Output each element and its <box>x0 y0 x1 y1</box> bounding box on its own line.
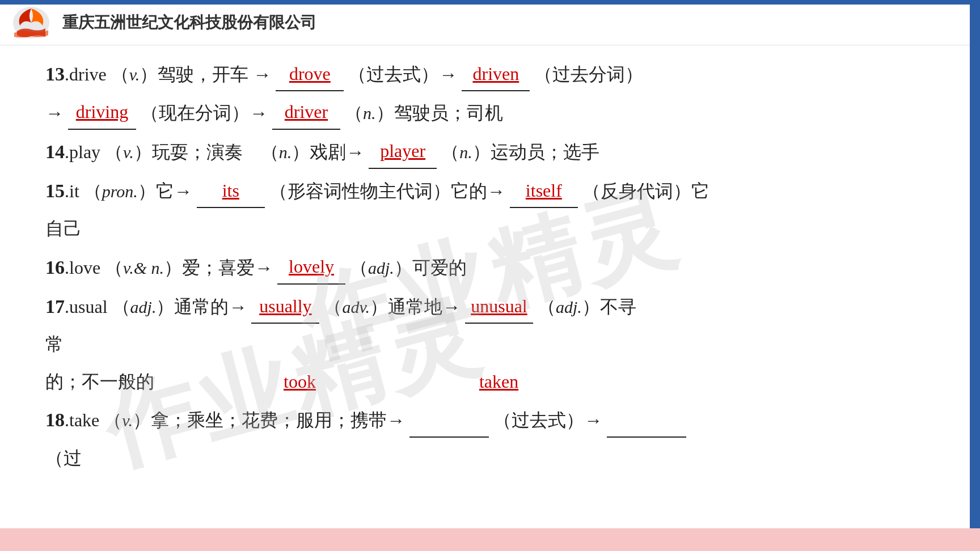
entry-15-word: .it （pron.）它→ <box>65 181 192 201</box>
entry-13-blank3: driving <box>68 96 136 130</box>
content-area: 作业精灵 作业精灵 13.drive （v.）驾驶，开车 → drove （过去… <box>0 45 980 528</box>
entry-15-number: 15 <box>45 180 65 201</box>
header: 重庆五洲世纪文化科技股份有限公司 <box>0 0 980 45</box>
entry-13-pos4: （n.）驾驶员；司机 <box>345 103 503 123</box>
logo <box>11 6 51 40</box>
entry-17-number: 17 <box>45 296 65 317</box>
entry-17-blank1: usually <box>251 290 319 324</box>
entry-13-word: .drive （v.）驾驶，开车 → <box>65 64 271 84</box>
entry-18-blank1 <box>409 436 489 438</box>
entry-16: 16.love （v.& n.）爱；喜爱→ lovely （adj.）可爱的 <box>45 250 946 285</box>
entry-17-cont2: 的；不一般的 took taken <box>45 366 946 399</box>
entry-18-number: 18 <box>45 409 65 430</box>
entry-18: 18.take （v.）拿；乘坐；花费；服用；携带→ （过去式）→ <box>45 402 946 437</box>
entry-17-word: .usual （adj.）通常的→ <box>65 296 247 317</box>
entry-13-label2: （过去分词） <box>534 64 643 84</box>
entry-13-blank4: driver <box>272 96 340 130</box>
entry-17-cont2-text: 的；不一般的 <box>45 371 154 392</box>
right-border <box>970 0 980 551</box>
entry-16-pos: （adj.）可爱的 <box>350 257 467 278</box>
entry-16-number: 16 <box>45 257 65 278</box>
entry-13: 13.drive （v.）驾驶，开车 → drove （过去式）→ driven… <box>45 57 946 91</box>
entry-15-label1: （形容词性物主代词）它的→ <box>269 181 505 201</box>
main-container: 重庆五洲世纪文化科技股份有限公司 作业精灵 作业精灵 13.drive （v.）… <box>0 0 980 551</box>
bottom-strip <box>0 528 980 551</box>
entry-17-cont1: 常 <box>45 328 946 361</box>
entry-13-cont: → driving （现在分词）→ driver （n.）驾驶员；司机 <box>45 96 946 130</box>
entry-17-blank2: unusual <box>465 290 533 324</box>
entry-13-cont-text: → <box>45 103 64 123</box>
entry-18-floating-taken: taken <box>479 371 518 392</box>
entry-13-label1: （过去式）→ <box>348 64 457 84</box>
entry-13-label3: （现在分词）→ <box>141 103 268 123</box>
entry-14-number: 14 <box>45 141 65 162</box>
entry-15-cont: 自己 <box>45 213 946 245</box>
entry-17-cont1-text: 常 <box>45 334 64 354</box>
entry-17-label2: （adj.）不寻 <box>538 296 636 317</box>
company-name: 重庆五洲世纪文化科技股份有限公司 <box>62 12 316 33</box>
entry-14-blank1: player <box>369 135 437 169</box>
entry-18-label1: （过去式）→ <box>493 410 602 430</box>
entry-18-cont: （过 <box>45 442 946 475</box>
entry-16-blank1: lovely <box>277 251 345 285</box>
entry-14-word: .play （v.）玩耍；演奏 （n.）戏剧→ <box>65 142 364 162</box>
entry-13-blank2: driven <box>462 58 530 92</box>
entry-18-blank2 <box>607 436 686 438</box>
entry-15: 15.it （pron.）它→ its （形容词性物主代词）它的→ itself… <box>45 173 946 208</box>
entry-13-number: 13 <box>45 63 65 84</box>
entry-15-blank2: itself <box>510 175 578 209</box>
entry-14: 14.play （v.）玩耍；演奏 （n.）戏剧→ player （n.）运动员… <box>45 134 946 169</box>
entry-17: 17.usual （adj.）通常的→ usually （adv.）通常地→ u… <box>45 289 946 324</box>
entry-18-floating-took: took <box>284 371 316 392</box>
entry-14-pos: （n.）运动员；选手 <box>441 142 599 162</box>
entry-18-word: .take （v.）拿；乘坐；花费；服用；携带→ <box>65 410 405 430</box>
entry-15-label2: （反身代词）它 <box>582 181 709 201</box>
entry-16-word: .love （v.& n.）爱；喜爱→ <box>65 257 273 278</box>
entry-18-cont-text: （过 <box>45 448 82 468</box>
entry-15-cont-text: 自己 <box>45 218 82 239</box>
entry-13-answer1: drove <box>276 58 344 92</box>
entry-17-label1: （adv.）通常地→ <box>324 296 461 317</box>
entry-15-blank1: its <box>197 175 265 209</box>
top-border <box>0 0 970 5</box>
